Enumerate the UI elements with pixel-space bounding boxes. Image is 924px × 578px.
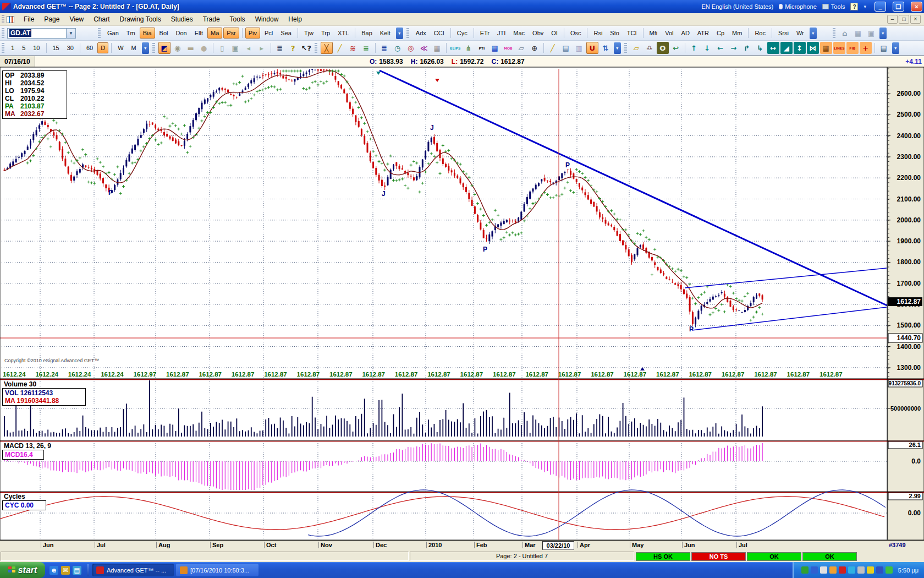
menu-trade[interactable]: Trade <box>198 14 225 25</box>
study-osc[interactable]: Osc <box>567 28 585 39</box>
toolbar-grip[interactable] <box>833 28 835 39</box>
study-piv[interactable]: Piv <box>245 28 260 39</box>
study-roc[interactable]: Roc <box>751 28 769 39</box>
drawing-more-button[interactable]: ▼ <box>614 42 621 54</box>
timeframe-1[interactable]: 1 <box>8 42 18 53</box>
context-help-icon[interactable]: ↖? <box>300 42 312 54</box>
menu-drawing-tools[interactable]: Drawing Tools <box>115 14 166 25</box>
save-icon[interactable]: ▣ <box>229 42 241 54</box>
clipboard-icon[interactable]: ▯ <box>216 42 228 54</box>
target-icon[interactable]: ◎ <box>405 42 417 54</box>
lines-icon[interactable]: LINES <box>833 42 845 54</box>
study-ma[interactable]: Ma <box>207 28 222 39</box>
left-arrow-icon[interactable]: ← <box>714 42 727 54</box>
menu-chart[interactable]: Chart <box>89 14 114 25</box>
up-arrow-icon[interactable]: ↑ <box>688 42 700 54</box>
restore-button[interactable]: ❏ <box>893 2 904 12</box>
properties-icon[interactable]: ▤ <box>878 42 890 54</box>
tray-icon-2[interactable] <box>811 566 818 574</box>
pti-icon[interactable]: PTI <box>476 42 488 54</box>
stop-icon[interactable]: O <box>657 42 669 54</box>
menu-studies[interactable]: Studies <box>166 14 198 25</box>
density-icon[interactable]: ▦ <box>820 42 832 54</box>
chart-canvas[interactable]: 2600.002500.002400.002300.002200.002100.… <box>0 67 924 550</box>
tray-icon-8[interactable] <box>867 566 874 574</box>
study-xtl[interactable]: XTL <box>334 28 352 39</box>
study-mfi[interactable]: Mfi <box>646 28 661 39</box>
expand-v-icon[interactable]: ↕ <box>794 42 806 54</box>
study-srsi[interactable]: Srsi <box>775 28 792 39</box>
minimize-button[interactable]: _ <box>875 2 886 12</box>
study-pcl[interactable]: Pcl <box>261 28 276 39</box>
misc-more-button[interactable]: ▼ <box>879 28 887 39</box>
study-vol[interactable]: Vol <box>662 28 676 39</box>
mdi-minimize-button[interactable]: – <box>887 15 898 24</box>
grid-icon[interactable]: ▦ <box>431 42 443 54</box>
menu-view[interactable]: View <box>64 14 89 25</box>
timeframe-m[interactable]: M <box>128 42 140 53</box>
down-arrow-icon[interactable]: ↓ <box>701 42 713 54</box>
study-jti[interactable]: JTI <box>494 28 509 39</box>
print-icon[interactable]: ≣ <box>274 42 286 54</box>
cross-icon[interactable]: + <box>860 42 872 54</box>
study-atr[interactable]: ATR <box>694 28 712 39</box>
menu-grip[interactable] <box>2 15 4 24</box>
language-tools-button[interactable]: Tools <box>822 3 845 10</box>
chart-window-icon[interactable] <box>7 16 14 23</box>
study-tci[interactable]: TCI <box>624 28 640 39</box>
toolbar-grip[interactable] <box>406 28 409 39</box>
split-arrows-icon[interactable]: ⇅ <box>600 42 612 54</box>
redo-icon[interactable]: ▸ <box>256 42 268 54</box>
pencil-icon[interactable]: ╱ <box>334 42 346 54</box>
expand-diag-icon[interactable]: ◢ <box>780 42 793 54</box>
close-button[interactable]: × <box>911 2 922 12</box>
language-help-button[interactable]: ? <box>850 3 858 10</box>
study-cci[interactable]: CCI <box>431 28 448 39</box>
study-gan[interactable]: Gan <box>104 28 122 39</box>
tray-icon-10[interactable] <box>886 566 893 574</box>
study-wr[interactable]: Wr <box>793 28 807 39</box>
pitchfork-icon[interactable]: ⋔ <box>463 42 475 54</box>
study-bia[interactable]: Bia <box>140 28 155 39</box>
toolbar-grip[interactable] <box>624 43 627 53</box>
menu-tools[interactable]: Tools <box>225 14 250 25</box>
compress-icon[interactable]: ⋈ <box>807 42 819 54</box>
study-trp[interactable]: Trp <box>318 28 333 39</box>
toolbar-grip[interactable] <box>2 43 4 53</box>
chart-area[interactable]: 2600.002500.002400.002300.002200.002100.… <box>0 67 924 550</box>
mail-icon[interactable]: ✉ <box>61 566 70 575</box>
lock-icon[interactable]: ◉ <box>172 42 184 54</box>
data-window-icon[interactable]: ◩ <box>158 42 170 54</box>
tray-icon-4[interactable] <box>829 566 837 574</box>
study-ad[interactable]: AD <box>678 28 693 39</box>
layout-icon[interactable]: ▣ <box>865 27 877 39</box>
timeframe-30[interactable]: 30 <box>64 42 77 53</box>
study-tjw[interactable]: Tjw <box>301 28 317 39</box>
language-bar-options-icon[interactable]: ▾ <box>864 4 867 9</box>
marker-icon[interactable]: ▬ <box>185 42 197 54</box>
pencil2-icon[interactable]: ╱ <box>547 42 559 54</box>
home-icon[interactable]: ⌂ <box>839 27 851 39</box>
study-etr[interactable]: ETr <box>477 28 493 39</box>
studies2-more-button[interactable]: ▼ <box>810 28 817 39</box>
menu-file[interactable]: File <box>19 14 39 25</box>
study-tm[interactable]: Tm <box>123 28 139 39</box>
menu-window[interactable]: Window <box>250 14 284 25</box>
zoom-icon[interactable]: ⊕ <box>529 42 541 54</box>
drawing-tools-icon[interactable]: ╳ <box>321 42 333 54</box>
study-obv[interactable]: Obv <box>529 28 547 39</box>
tray-icon-7[interactable] <box>857 566 865 574</box>
studies1-more-button[interactable]: ▼ <box>396 28 403 39</box>
chart-page-icon[interactable]: ▦ <box>852 27 864 39</box>
mob-icon[interactable]: MOB <box>502 42 514 54</box>
menu-help[interactable]: Help <box>283 14 307 25</box>
mdi-close-button[interactable]: × <box>910 15 921 24</box>
right-arrow-icon[interactable]: → <box>728 42 740 54</box>
help-icon[interactable]: ? <box>287 42 299 54</box>
task-button-2[interactable]: [07/16/2010 10:50:3... <box>176 564 258 576</box>
study-oi[interactable]: OI <box>548 28 561 39</box>
page-note-icon[interactable]: ▱ <box>515 42 527 54</box>
symbol-dropdown-arrow[interactable]: ▼ <box>67 28 76 39</box>
parallel-lines-icon[interactable]: ≡ <box>360 42 372 54</box>
uturn-icon[interactable]: U <box>586 42 598 54</box>
